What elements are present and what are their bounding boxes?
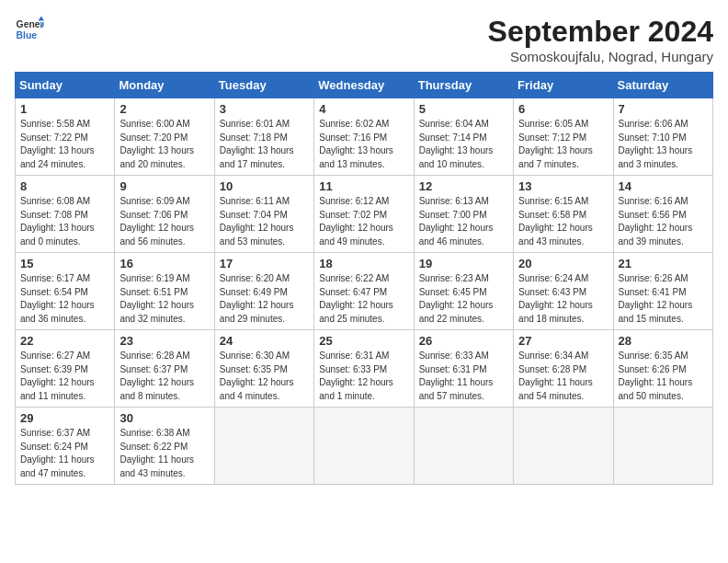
day-info: Sunrise: 6:30 AMSunset: 6:35 PMDaylight:… [220, 350, 309, 403]
calendar-cell: 9 Sunrise: 6:09 AMSunset: 7:06 PMDayligh… [115, 176, 214, 253]
weekday-header-monday: Monday [115, 73, 214, 98]
day-number: 12 [419, 179, 508, 193]
calendar-cell: 14 Sunrise: 6:16 AMSunset: 6:56 PMDaylig… [613, 176, 712, 253]
svg-text:Blue: Blue [17, 30, 38, 40]
day-info: Sunrise: 6:09 AMSunset: 7:06 PMDaylight:… [119, 195, 209, 248]
day-number: 2 [119, 102, 209, 116]
day-number: 25 [319, 334, 408, 348]
day-info: Sunrise: 6:27 AMSunset: 6:39 PMDaylight:… [20, 350, 109, 403]
calendar-cell: 26 Sunrise: 6:33 AMSunset: 6:31 PMDaylig… [414, 330, 513, 408]
day-number: 29 [20, 411, 109, 425]
day-info: Sunrise: 6:19 AMSunset: 6:51 PMDaylight:… [119, 272, 209, 326]
weekday-header-saturday: Saturday [613, 73, 712, 98]
day-info: Sunrise: 6:22 AMSunset: 6:47 PMDaylight:… [319, 272, 408, 326]
day-number: 30 [119, 411, 209, 425]
day-info: Sunrise: 6:33 AMSunset: 6:31 PMDaylight:… [419, 350, 508, 403]
day-number: 3 [220, 102, 309, 116]
calendar-cell: 28 Sunrise: 6:35 AMSunset: 6:26 PMDaylig… [613, 330, 712, 408]
day-info: Sunrise: 6:38 AMSunset: 6:22 PMDaylight:… [119, 427, 209, 480]
weekday-header-wednesday: Wednesday [314, 73, 414, 98]
day-info: Sunrise: 6:00 AMSunset: 7:20 PMDaylight:… [119, 118, 209, 171]
day-info: Sunrise: 6:16 AMSunset: 6:56 PMDaylight:… [619, 195, 708, 248]
calendar-cell [414, 408, 513, 485]
day-number: 21 [619, 257, 708, 270]
calendar-cell [514, 408, 613, 485]
day-info: Sunrise: 6:23 AMSunset: 6:45 PMDaylight:… [419, 272, 508, 326]
calendar-cell: 2 Sunrise: 6:00 AMSunset: 7:20 PMDayligh… [115, 98, 214, 176]
calendar-cell: 7 Sunrise: 6:06 AMSunset: 7:10 PMDayligh… [613, 98, 712, 176]
day-number: 15 [20, 257, 109, 270]
logo: General Blue [15, 15, 44, 44]
day-number: 5 [419, 102, 508, 116]
day-info: Sunrise: 6:02 AMSunset: 7:16 PMDaylight:… [319, 118, 408, 171]
day-info: Sunrise: 6:15 AMSunset: 6:58 PMDaylight:… [518, 195, 608, 248]
calendar-cell: 27 Sunrise: 6:34 AMSunset: 6:28 PMDaylig… [514, 330, 613, 408]
calendar-week-2: 8 Sunrise: 6:08 AMSunset: 7:08 PMDayligh… [16, 176, 713, 253]
calendar-cell: 16 Sunrise: 6:19 AMSunset: 6:51 PMDaylig… [115, 253, 214, 330]
day-info: Sunrise: 6:35 AMSunset: 6:26 PMDaylight:… [619, 350, 708, 403]
day-info: Sunrise: 6:13 AMSunset: 7:00 PMDaylight:… [419, 195, 508, 248]
calendar-cell: 24 Sunrise: 6:30 AMSunset: 6:35 PMDaylig… [214, 330, 313, 408]
day-number: 26 [419, 334, 508, 348]
calendar-cell [613, 408, 712, 485]
calendar-cell: 10 Sunrise: 6:11 AMSunset: 7:04 PMDaylig… [214, 176, 313, 253]
day-info: Sunrise: 6:08 AMSunset: 7:08 PMDaylight:… [20, 195, 109, 248]
weekday-header-sunday: Sunday [16, 73, 115, 98]
calendar-cell: 19 Sunrise: 6:23 AMSunset: 6:45 PMDaylig… [414, 253, 513, 330]
calendar-cell: 6 Sunrise: 6:05 AMSunset: 7:12 PMDayligh… [514, 98, 613, 176]
day-number: 7 [619, 102, 708, 116]
day-number: 28 [619, 334, 708, 348]
calendar-cell: 29 Sunrise: 6:37 AMSunset: 6:24 PMDaylig… [16, 408, 115, 485]
weekday-header-thursday: Thursday [414, 73, 513, 98]
day-number: 16 [119, 257, 209, 270]
calendar-cell: 22 Sunrise: 6:27 AMSunset: 6:39 PMDaylig… [16, 330, 115, 408]
day-info: Sunrise: 6:12 AMSunset: 7:02 PMDaylight:… [319, 195, 408, 248]
day-number: 24 [220, 334, 309, 348]
calendar-table: SundayMondayTuesdayWednesdayThursdayFrid… [15, 72, 713, 485]
month-title: September 2024 [488, 15, 713, 49]
day-number: 14 [619, 179, 708, 193]
logo-icon: General Blue [15, 15, 44, 44]
day-info: Sunrise: 6:34 AMSunset: 6:28 PMDaylight:… [518, 350, 608, 403]
calendar-cell: 30 Sunrise: 6:38 AMSunset: 6:22 PMDaylig… [115, 408, 214, 485]
calendar-cell: 25 Sunrise: 6:31 AMSunset: 6:33 PMDaylig… [314, 330, 414, 408]
day-info: Sunrise: 6:20 AMSunset: 6:49 PMDaylight:… [220, 272, 309, 326]
day-number: 6 [518, 102, 608, 116]
calendar-cell: 13 Sunrise: 6:15 AMSunset: 6:58 PMDaylig… [514, 176, 613, 253]
day-info: Sunrise: 6:06 AMSunset: 7:10 PMDaylight:… [619, 118, 708, 171]
day-number: 27 [518, 334, 608, 348]
day-info: Sunrise: 5:58 AMSunset: 7:22 PMDaylight:… [20, 118, 109, 171]
page-header: General Blue September 2024 Somoskoujfal… [15, 15, 713, 64]
calendar-week-1: 1 Sunrise: 5:58 AMSunset: 7:22 PMDayligh… [16, 98, 713, 176]
day-info: Sunrise: 6:01 AMSunset: 7:18 PMDaylight:… [220, 118, 309, 171]
weekday-header-tuesday: Tuesday [214, 73, 313, 98]
calendar-cell: 20 Sunrise: 6:24 AMSunset: 6:43 PMDaylig… [514, 253, 613, 330]
calendar-cell: 21 Sunrise: 6:26 AMSunset: 6:41 PMDaylig… [613, 253, 712, 330]
calendar-cell: 12 Sunrise: 6:13 AMSunset: 7:00 PMDaylig… [414, 176, 513, 253]
day-number: 13 [518, 179, 608, 193]
day-info: Sunrise: 6:24 AMSunset: 6:43 PMDaylight:… [518, 272, 608, 326]
day-info: Sunrise: 6:28 AMSunset: 6:37 PMDaylight:… [119, 350, 209, 403]
day-number: 1 [20, 102, 109, 116]
day-number: 22 [20, 334, 109, 348]
calendar-cell: 5 Sunrise: 6:04 AMSunset: 7:14 PMDayligh… [414, 98, 513, 176]
calendar-week-3: 15 Sunrise: 6:17 AMSunset: 6:54 PMDaylig… [16, 253, 713, 330]
day-number: 10 [220, 179, 309, 193]
calendar-week-4: 22 Sunrise: 6:27 AMSunset: 6:39 PMDaylig… [16, 330, 713, 408]
svg-marker-2 [39, 17, 44, 21]
calendar-cell: 11 Sunrise: 6:12 AMSunset: 7:02 PMDaylig… [314, 176, 414, 253]
day-number: 17 [220, 257, 309, 270]
calendar-cell: 18 Sunrise: 6:22 AMSunset: 6:47 PMDaylig… [314, 253, 414, 330]
day-number: 4 [319, 102, 408, 116]
day-info: Sunrise: 6:04 AMSunset: 7:14 PMDaylight:… [419, 118, 508, 171]
calendar-cell: 4 Sunrise: 6:02 AMSunset: 7:16 PMDayligh… [314, 98, 414, 176]
calendar-week-5: 29 Sunrise: 6:37 AMSunset: 6:24 PMDaylig… [16, 408, 713, 485]
calendar-cell: 17 Sunrise: 6:20 AMSunset: 6:49 PMDaylig… [214, 253, 313, 330]
day-info: Sunrise: 6:11 AMSunset: 7:04 PMDaylight:… [220, 195, 309, 248]
day-info: Sunrise: 6:31 AMSunset: 6:33 PMDaylight:… [319, 350, 408, 403]
location-title: Somoskoujfalu, Nograd, Hungary [488, 49, 713, 64]
weekday-header-friday: Friday [514, 73, 613, 98]
day-number: 18 [319, 257, 408, 270]
day-number: 9 [119, 179, 209, 193]
day-number: 23 [119, 334, 209, 348]
